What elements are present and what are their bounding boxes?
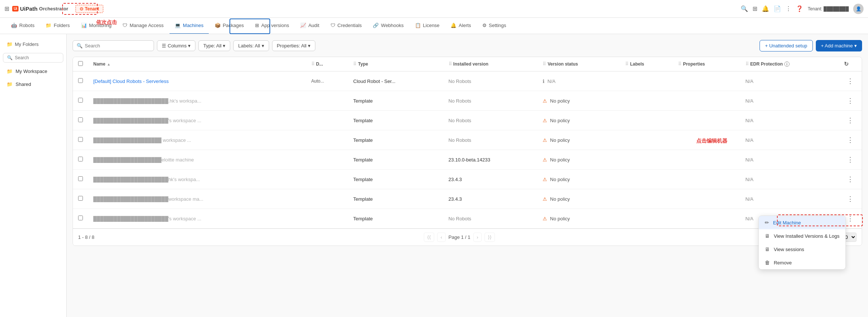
sidebar-search-box[interactable]: 🔍 <box>3 53 63 63</box>
nav-robots[interactable]: 🤖 Robots <box>6 18 40 34</box>
grid-icon[interactable]: ⊞ <box>4 5 9 12</box>
row-checkbox-cell[interactable] <box>73 209 88 228</box>
row-type: Template <box>348 130 443 150</box>
doc-nav-icon[interactable]: 📄 <box>774 5 781 12</box>
my-folders-section[interactable]: 📁 My Folders <box>3 39 63 50</box>
row-actions[interactable]: ⋮ <box>839 150 862 170</box>
help-nav-icon[interactable]: ❓ <box>796 5 803 12</box>
row-labels <box>620 189 673 209</box>
first-page-btn[interactable]: ⟨⟨ <box>424 233 434 242</box>
monitor-icon: 🖥 <box>765 233 770 239</box>
bell-nav-icon[interactable]: 🔔 <box>762 5 769 12</box>
row-more-btn[interactable]: ⋮ <box>844 95 857 106</box>
nav-machines[interactable]: 💻 Machines <box>170 18 209 34</box>
row-checkbox-cell[interactable] <box>73 111 88 130</box>
row-checkbox[interactable] <box>78 176 83 181</box>
refresh-icon[interactable]: ↻ <box>844 61 849 67</box>
nav-alerts[interactable]: 🔔 Alerts <box>445 18 476 34</box>
row-checkbox-cell[interactable] <box>73 150 88 170</box>
search-nav-icon[interactable]: 🔍 <box>741 5 748 12</box>
row-d <box>306 209 348 228</box>
select-all-checkbox[interactable] <box>78 61 83 66</box>
properties-filter-btn[interactable]: Properties: All ▾ <box>272 40 315 51</box>
search-icon: 🔍 <box>77 43 83 49</box>
type-filter-btn[interactable]: Type: All ▾ <box>198 40 230 51</box>
row-actions[interactable]: ⋮ <box>839 170 862 189</box>
avatar[interactable]: 👤 <box>853 4 864 14</box>
row-more-btn[interactable]: ⋮ <box>844 193 857 204</box>
row-actions[interactable]: ⋮ <box>839 71 862 91</box>
row-checkbox-cell[interactable] <box>73 170 88 189</box>
nav-monitoring[interactable]: 📊 Monitoring <box>76 18 117 34</box>
app-versions-icon: ⊞ <box>255 23 259 28</box>
last-page-btn[interactable]: ⟩⟩ <box>485 233 495 242</box>
row-checkbox-cell[interactable] <box>73 189 88 209</box>
row-labels <box>620 71 673 91</box>
nav-webhooks[interactable]: 🔗 Webhooks <box>368 18 409 34</box>
row-actions[interactable]: ⋮ <box>839 189 862 209</box>
search-box[interactable]: 🔍 <box>73 40 154 51</box>
row-actions[interactable]: ⋮ <box>839 111 862 130</box>
col-edr-protection[interactable]: ⠿ EDR Protection i <box>740 57 839 71</box>
row-checkbox[interactable] <box>78 157 83 161</box>
row-checkbox-cell[interactable] <box>73 130 88 150</box>
add-machine-button[interactable]: + Add machine ▾ <box>816 40 862 51</box>
row-checkbox[interactable] <box>78 117 83 122</box>
col-d[interactable]: ⠿ D... <box>306 57 348 71</box>
nav-settings[interactable]: ⚙ Settings <box>477 18 512 34</box>
nav-manage-access[interactable]: 🛡 Manage Access <box>117 18 169 34</box>
dropdown-view-sessions[interactable]: 🖥 View sessions <box>759 243 845 256</box>
col-lbl-label: Labels <box>630 61 644 67</box>
more-nav-icon[interactable]: ⋮ <box>785 5 791 12</box>
row-actions[interactable]: ⋮ <box>839 91 862 111</box>
row-labels <box>620 111 673 130</box>
row-checkbox[interactable] <box>78 216 83 220</box>
dropdown-edit-machine[interactable]: ✏ Edit Machine <box>759 216 845 229</box>
nav-audit[interactable]: 📈 Audit <box>295 18 325 34</box>
col-type[interactable]: ⠿ Type <box>348 57 443 71</box>
unattended-setup-button[interactable]: + Unattended setup <box>760 40 813 51</box>
sidebar-search-input[interactable] <box>15 55 59 60</box>
col-labels[interactable]: ⠿ Labels <box>620 57 673 71</box>
grid-nav-icon[interactable]: ⊞ <box>753 5 757 12</box>
row-checkbox-cell[interactable] <box>73 71 88 91</box>
row-checkbox-cell[interactable] <box>73 91 88 111</box>
row-checkbox[interactable] <box>78 98 83 103</box>
row-checkbox[interactable] <box>78 78 83 83</box>
col-name[interactable]: Name ▲ <box>88 57 306 71</box>
row-more-btn[interactable]: ⋮ <box>844 213 857 224</box>
nav-packages[interactable]: 📦 Packages <box>210 18 249 34</box>
row-more-btn[interactable]: ⋮ <box>844 174 857 185</box>
col-properties[interactable]: ⠿ Properties <box>673 57 740 71</box>
nav-app-versions[interactable]: ⊞ App versions <box>250 18 294 34</box>
labels-filter-btn[interactable]: Labels: All ▾ <box>233 40 269 51</box>
col-iv-label: Installed version <box>453 61 489 67</box>
row-more-btn[interactable]: ⋮ <box>844 134 857 146</box>
row-more-btn[interactable]: ⋮ <box>844 115 857 126</box>
prev-page-btn[interactable]: ‹ <box>437 233 445 242</box>
next-page-btn[interactable]: › <box>473 233 482 242</box>
tenant-badge[interactable]: ⊙ Tenant <box>76 5 103 13</box>
dropdown-remove[interactable]: 🗑 Remove <box>759 256 845 269</box>
columns-filter-btn[interactable]: ☰ Columns ▾ <box>157 40 195 51</box>
edr-info-icon[interactable]: i <box>784 61 790 67</box>
col-installed-version[interactable]: ⠿ Installed version <box>443 57 538 71</box>
row-checkbox[interactable] <box>78 196 83 201</box>
search-input[interactable] <box>85 43 150 49</box>
row-more-btn[interactable]: ⋮ <box>844 76 857 87</box>
nav-license[interactable]: 📋 License <box>410 18 445 34</box>
nav-folders[interactable]: 📁 Folders <box>40 18 75 34</box>
sidebar-item-shared[interactable]: 📁 Shared <box>3 79 63 90</box>
col-refresh[interactable]: ↻ <box>839 57 862 71</box>
sidebar-item-my-workspace[interactable]: 📁 My Workspace <box>3 66 63 77</box>
row-more-btn[interactable]: ⋮ <box>844 154 857 165</box>
col-version-status[interactable]: ⠿ Version status <box>537 57 620 71</box>
main-layout: 📁 My Folders 🔍 📁 My Workspace 📁 Shared 🔍… <box>0 34 868 317</box>
sidebar: 📁 My Folders 🔍 📁 My Workspace 📁 Shared <box>0 34 67 317</box>
dropdown-view-versions[interactable]: 🖥 View Installed Versions & Logs <box>759 229 845 243</box>
row-checkbox[interactable] <box>78 137 83 142</box>
select-all-header[interactable] <box>73 57 88 71</box>
nav-credentials[interactable]: 🛡 Credentials <box>325 18 367 34</box>
webhooks-icon: 🔗 <box>373 23 379 28</box>
row-actions[interactable]: ⋮ <box>839 130 862 150</box>
